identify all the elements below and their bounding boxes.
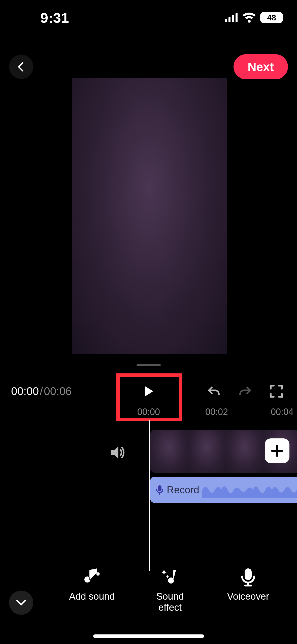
tool-sound-effect[interactable]: Sound effect bbox=[144, 566, 196, 613]
home-indicator[interactable] bbox=[93, 634, 204, 638]
video-preview[interactable] bbox=[72, 78, 227, 354]
fullscreen-button[interactable] bbox=[268, 383, 284, 399]
music-plus-icon bbox=[82, 567, 102, 587]
status-indicators: 48 bbox=[225, 12, 283, 23]
next-button[interactable]: Next bbox=[234, 54, 288, 79]
wifi-icon bbox=[242, 13, 256, 23]
chevron-left-icon bbox=[16, 62, 26, 72]
ruler-tick: 00:00 bbox=[137, 407, 160, 417]
redo-button[interactable] bbox=[237, 383, 253, 399]
bottom-toolbar: Add sound Sound effect Voiceover bbox=[0, 566, 297, 624]
undo-button[interactable] bbox=[206, 383, 222, 399]
audio-track-label: Record bbox=[167, 484, 199, 496]
total-time: 00:06 bbox=[44, 385, 72, 398]
battery-percent: 48 bbox=[267, 13, 276, 22]
header-row: Next bbox=[0, 53, 297, 81]
speaker-icon bbox=[109, 443, 127, 462]
svg-rect-2 bbox=[232, 15, 234, 22]
sparkle-music-icon bbox=[160, 567, 180, 587]
tool-voiceover[interactable]: Voiceover bbox=[222, 566, 275, 602]
current-time: 00:00 bbox=[11, 385, 39, 398]
audio-track-record[interactable]: Record bbox=[150, 477, 297, 503]
svg-rect-0 bbox=[225, 19, 227, 22]
cellular-icon bbox=[225, 13, 238, 22]
fullscreen-icon bbox=[269, 384, 283, 398]
ruler-tick: 00:04 bbox=[271, 407, 293, 417]
svg-rect-3 bbox=[236, 13, 238, 22]
volume-button[interactable] bbox=[107, 441, 129, 464]
undo-icon bbox=[207, 384, 221, 398]
status-time: 9:31 bbox=[40, 10, 69, 26]
time-separator: / bbox=[40, 385, 43, 398]
status-bar: 9:31 48 bbox=[0, 0, 297, 35]
back-button[interactable] bbox=[9, 55, 33, 79]
svg-rect-1 bbox=[228, 17, 230, 22]
video-thumbnail bbox=[150, 430, 188, 473]
playhead[interactable] bbox=[149, 420, 150, 571]
add-clip-button[interactable] bbox=[265, 438, 289, 463]
video-thumbnail bbox=[188, 430, 226, 473]
redo-icon bbox=[238, 384, 252, 398]
tool-label: Add sound bbox=[69, 591, 115, 602]
play-button[interactable] bbox=[139, 381, 159, 401]
plus-icon bbox=[270, 444, 284, 458]
tool-add-sound[interactable]: Add sound bbox=[65, 566, 118, 602]
timeline-ruler[interactable]: 00:00 00:02 00:04 bbox=[0, 407, 297, 420]
drag-handle[interactable] bbox=[137, 364, 161, 366]
tool-label: Voiceover bbox=[227, 591, 269, 602]
microphone-icon bbox=[238, 567, 258, 587]
ruler-tick: 00:02 bbox=[205, 407, 228, 417]
microphone-icon bbox=[156, 485, 164, 495]
video-thumbnail bbox=[226, 430, 263, 473]
tool-label: Sound effect bbox=[156, 591, 184, 613]
waveform-graphic bbox=[202, 482, 297, 498]
next-button-label: Next bbox=[248, 60, 274, 74]
battery-indicator: 48 bbox=[260, 12, 283, 23]
time-row: 00:00 / 00:06 bbox=[0, 379, 297, 403]
play-icon bbox=[142, 385, 155, 398]
timeline-tracks: Record bbox=[0, 427, 297, 578]
